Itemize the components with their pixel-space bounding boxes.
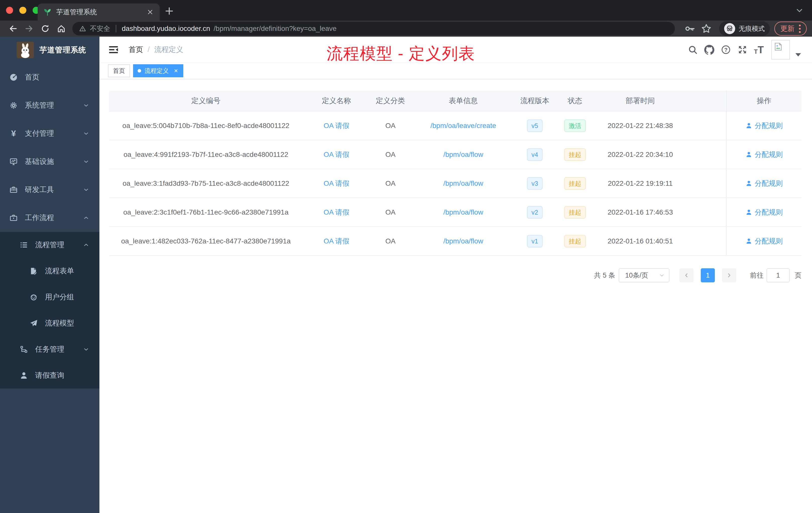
back-icon[interactable]: [6, 22, 20, 35]
row-spacer: [684, 140, 726, 169]
home-icon[interactable]: [55, 22, 68, 35]
window-minimize-button[interactable]: [19, 7, 26, 14]
assign-rule-button[interactable]: 分配规则: [746, 179, 783, 188]
definition-name-link[interactable]: OA 请假: [324, 179, 349, 188]
forward-icon[interactable]: [23, 22, 36, 35]
tag-home[interactable]: 首页: [108, 64, 130, 77]
assign-rule-button[interactable]: 分配规则: [746, 121, 783, 130]
form-link[interactable]: /bpm/oa/flow: [443, 151, 483, 159]
sidebar-collapse-icon[interactable]: [108, 44, 119, 55]
update-label: 更新: [780, 24, 794, 33]
definition-id: oa_leave:4:991f2193-7b7f-11ec-a3c8-acde4…: [109, 140, 302, 169]
paper-plane-icon: [29, 319, 38, 328]
action-label: 分配规则: [755, 121, 783, 130]
chevron-right-icon: [726, 272, 732, 279]
tab-close-icon[interactable]: [146, 8, 154, 16]
new-tab-button[interactable]: [164, 5, 175, 17]
sidebar-item-task-management[interactable]: 任务管理: [0, 336, 99, 362]
monitor-chart-icon: [9, 157, 18, 166]
sidebar-item-workflow[interactable]: 工作流程: [0, 204, 99, 232]
deploy-time: 2022-01-22 20:34:10: [596, 140, 684, 169]
definition-name-link[interactable]: OA 请假: [324, 150, 349, 159]
page-size-select[interactable]: 10条/页: [619, 268, 669, 282]
sidebar-item-process-model[interactable]: 流程模型: [0, 310, 99, 336]
incognito-badge: 无痕模式: [719, 21, 770, 36]
user-icon: [746, 122, 752, 129]
sidebar-item-user-group[interactable]: 用户分组: [0, 284, 99, 310]
chevron-up-icon: [83, 215, 89, 221]
assign-rule-button[interactable]: 分配规则: [746, 208, 783, 217]
chevron-down-icon: [659, 272, 665, 278]
tab-search-chevron-icon[interactable]: [795, 6, 804, 15]
table-row: oa_leave:2:3c1f0ef1-76b1-11ec-9c66-a2380…: [109, 198, 802, 227]
sidebar-logo[interactable]: 芋道管理系统: [0, 37, 99, 63]
row-spacer: [684, 198, 726, 227]
status-badge: 挂起: [564, 206, 586, 219]
help-icon[interactable]: ?: [721, 45, 731, 55]
assign-rule-button[interactable]: 分配规则: [746, 150, 783, 159]
breadcrumb-current: 流程定义: [154, 45, 183, 55]
tag-process-definition[interactable]: 流程定义: [133, 64, 183, 77]
url-divider: [116, 25, 116, 32]
form-link[interactable]: /bpm/oa/leave/create: [430, 122, 496, 130]
window-close-button[interactable]: [6, 7, 13, 14]
pagination: 共 5 条 10条/页 1 前往 页: [109, 268, 802, 282]
chevron-down-icon: [83, 102, 89, 109]
definition-name-link[interactable]: OA 请假: [324, 208, 349, 217]
sidebar-item-home[interactable]: 首页: [0, 63, 99, 91]
assign-rule-button[interactable]: 分配规则: [746, 236, 783, 246]
definition-name-link[interactable]: OA 请假: [324, 236, 349, 246]
table-row: oa_leave:3:1fad3d93-7b75-11ec-a3c8-acde4…: [109, 169, 802, 198]
avatar[interactable]: [771, 40, 790, 59]
prev-page-button[interactable]: [679, 268, 694, 282]
sidebar-item-payment[interactable]: ¥ 支付管理: [0, 119, 99, 148]
status-badge: 挂起: [564, 177, 586, 190]
sidebar-item-system[interactable]: 系统管理: [0, 91, 99, 119]
favicon-sprout-icon: [43, 8, 52, 16]
work-case-icon: [9, 214, 18, 222]
column-header: 部署时间: [596, 91, 684, 111]
page-size-value: 10条/页: [625, 271, 648, 280]
next-page-button[interactable]: [722, 268, 736, 282]
form-link[interactable]: /bpm/oa/flow: [443, 237, 483, 245]
definition-id: oa_leave:2:3c1f0ef1-76b1-11ec-9c66-a2380…: [109, 198, 302, 227]
sidebar-item-leave-query[interactable]: 请假查询: [0, 362, 99, 389]
column-header: 操作: [726, 91, 802, 111]
user-icon: [20, 371, 28, 380]
gear-icon: [9, 101, 18, 110]
form-link[interactable]: /bpm/oa/flow: [443, 208, 483, 216]
row-spacer: [684, 112, 726, 140]
browser-menu-kebab-icon[interactable]: [798, 24, 802, 34]
page-number-button[interactable]: 1: [701, 268, 715, 282]
tree-branch-icon: [20, 345, 28, 354]
browser-tab[interactable]: 芋道管理系统: [38, 3, 160, 21]
definition-id: oa_leave:3:1fad3d93-7b75-11ec-a3c8-acde4…: [109, 169, 302, 198]
sidebar-item-process-form[interactable]: 流程表单: [0, 258, 99, 284]
action-label: 分配规则: [755, 150, 783, 159]
browser-update-button[interactable]: 更新: [774, 22, 807, 36]
bookmark-star-icon[interactable]: [700, 23, 712, 34]
svg-text:?: ?: [724, 47, 727, 53]
search-icon[interactable]: [688, 45, 698, 55]
form-link[interactable]: /bpm/oa/flow: [443, 179, 483, 187]
sidebar-item-process-management[interactable]: 流程管理: [0, 232, 99, 258]
goto-page-input[interactable]: [766, 268, 790, 282]
font-size-icon[interactable]: TT: [754, 45, 764, 55]
reload-icon[interactable]: [39, 22, 52, 35]
sidebar-item-devtools[interactable]: 研发工具: [0, 176, 99, 204]
avatar-dropdown-caret-icon[interactable]: [795, 53, 801, 57]
sidebar-item-infrastructure[interactable]: 基础设施: [0, 148, 99, 176]
fullscreen-icon[interactable]: [737, 45, 748, 55]
app-title: 芋道管理系统: [39, 45, 86, 55]
github-icon[interactable]: [704, 45, 714, 55]
status-badge: 挂起: [564, 148, 586, 161]
definition-name-link[interactable]: OA 请假: [324, 121, 349, 130]
column-header: 定义名称: [302, 91, 370, 111]
definition-category: OA: [370, 112, 410, 140]
address-bar[interactable]: 不安全 dashboard.yudao.iocoder.cn/bpm/manag…: [72, 22, 675, 35]
password-key-icon[interactable]: [684, 23, 696, 34]
tag-close-icon[interactable]: [173, 68, 179, 73]
tab-title: 芋道管理系统: [56, 7, 142, 17]
app-window: 芋道管理系统 首页 系统管理 ¥ 支付管理 基础设施: [0, 37, 812, 513]
breadcrumb-home-link[interactable]: 首页: [128, 45, 143, 55]
